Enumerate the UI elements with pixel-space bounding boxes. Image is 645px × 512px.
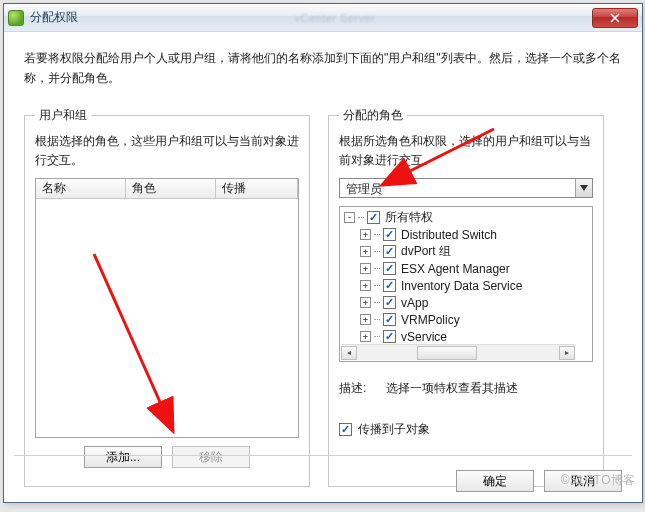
add-button[interactable]: 添加...	[84, 446, 162, 468]
tree-connector	[374, 302, 380, 303]
expand-icon[interactable]: +	[360, 246, 371, 257]
privilege-desc-label: 描述:	[339, 380, 366, 397]
window-title: 分配权限	[30, 9, 78, 26]
scroll-track[interactable]	[357, 346, 559, 360]
tree-checkbox[interactable]: ✓	[383, 330, 396, 343]
expand-icon[interactable]: +	[360, 297, 371, 308]
tree-label: VRMPolicy	[401, 313, 460, 327]
users-groups-pane: 用户和组 根据选择的角色，这些用户和组可以与当前对象进行交互。 名称 角色 传播…	[24, 107, 310, 487]
tree-checkbox[interactable]: ✓	[367, 211, 380, 224]
cancel-button[interactable]: 取消	[544, 470, 622, 492]
privilege-desc-row: 描述: 选择一项特权查看其描述	[339, 380, 593, 397]
dialog-window: 分配权限 vCenter Server 若要将权限分配给用户个人或用户组，请将他…	[3, 3, 643, 503]
tree-checkbox[interactable]: ✓	[383, 228, 396, 241]
tree-node[interactable]: +✓Distributed Switch	[342, 226, 590, 243]
tree-connector	[374, 251, 380, 252]
tree-node[interactable]: +✓ESX Agent Manager	[342, 260, 590, 277]
horizontal-scrollbar[interactable]: ◂ ▸	[341, 344, 575, 360]
close-icon	[610, 13, 620, 23]
col-role[interactable]: 角色	[126, 179, 216, 198]
users-groups-desc: 根据选择的角色，这些用户和组可以与当前对象进行交互。	[35, 132, 299, 170]
tree-label: dvPort 组	[401, 243, 451, 260]
vsphere-icon	[8, 10, 24, 26]
tree-label: Inventory Data Service	[401, 279, 522, 293]
privileges-tree[interactable]: -✓所有特权+✓Distributed Switch+✓dvPort 组+✓ES…	[339, 206, 593, 362]
tree-connector	[374, 285, 380, 286]
col-prop[interactable]: 传播	[216, 179, 298, 198]
close-button[interactable]	[592, 8, 638, 28]
tree-node[interactable]: -✓所有特权	[342, 209, 590, 226]
tree-label: 所有特权	[385, 209, 433, 226]
tree-checkbox[interactable]: ✓	[383, 245, 396, 258]
chevron-down-icon	[580, 185, 588, 191]
scroll-right-button[interactable]: ▸	[559, 346, 575, 360]
expand-icon[interactable]: +	[360, 263, 371, 274]
ok-button[interactable]: 确定	[456, 470, 534, 492]
tree-connector	[358, 217, 364, 218]
tree-checkbox[interactable]: ✓	[383, 262, 396, 275]
collapse-icon[interactable]: -	[344, 212, 355, 223]
propagate-row: ✓ 传播到子对象	[339, 421, 593, 438]
expand-icon[interactable]: +	[360, 314, 371, 325]
expand-icon[interactable]: +	[360, 280, 371, 291]
users-groups-list[interactable]: 名称 角色 传播	[35, 178, 299, 438]
col-name[interactable]: 名称	[36, 179, 126, 198]
tree-node[interactable]: +✓dvPort 组	[342, 243, 590, 260]
role-selected-value: 管理员	[340, 179, 575, 197]
tree-checkbox[interactable]: ✓	[383, 279, 396, 292]
panes: 用户和组 根据选择的角色，这些用户和组可以与当前对象进行交互。 名称 角色 传播…	[24, 107, 622, 487]
privilege-desc-value: 选择一项特权查看其描述	[386, 380, 518, 397]
titlebar[interactable]: 分配权限 vCenter Server	[4, 4, 642, 32]
list-header: 名称 角色 传播	[36, 179, 298, 199]
instruction-text: 若要将权限分配给用户个人或用户组，请将他们的名称添加到下面的"用户和组"列表中。…	[24, 48, 622, 89]
tree-checkbox[interactable]: ✓	[383, 313, 396, 326]
tree-node[interactable]: +✓VRMPolicy	[342, 311, 590, 328]
tree-label: Distributed Switch	[401, 228, 497, 242]
left-buttons: 添加... 移除	[35, 446, 299, 468]
remove-button: 移除	[172, 446, 250, 468]
tree-label: vService	[401, 330, 447, 344]
titlebar-blur-text: vCenter Server	[78, 12, 592, 24]
propagate-checkbox[interactable]: ✓	[339, 423, 352, 436]
dropdown-button[interactable]	[575, 179, 592, 197]
propagate-label: 传播到子对象	[358, 421, 430, 438]
dialog-content: 若要将权限分配给用户个人或用户组，请将他们的名称添加到下面的"用户和组"列表中。…	[4, 32, 642, 497]
tree-connector	[374, 268, 380, 269]
assigned-role-pane: 分配的角色 根据所选角色和权限，选择的用户和组可以与当前对象进行交互。 管理员 …	[328, 107, 604, 487]
assigned-role-desc: 根据所选角色和权限，选择的用户和组可以与当前对象进行交互。	[339, 132, 593, 170]
tree-node[interactable]: +✓vApp	[342, 294, 590, 311]
tree-label: vApp	[401, 296, 428, 310]
tree-checkbox[interactable]: ✓	[383, 296, 396, 309]
dialog-buttons: 确定 取消	[456, 470, 622, 492]
scroll-thumb[interactable]	[417, 346, 477, 360]
users-groups-legend: 用户和组	[35, 107, 91, 124]
separator	[14, 455, 632, 456]
expand-icon[interactable]: +	[360, 229, 371, 240]
assigned-role-legend: 分配的角色	[339, 107, 407, 124]
expand-icon[interactable]: +	[360, 331, 371, 342]
scroll-left-button[interactable]: ◂	[341, 346, 357, 360]
tree-node[interactable]: +✓Inventory Data Service	[342, 277, 590, 294]
tree-connector	[374, 336, 380, 337]
role-dropdown[interactable]: 管理员	[339, 178, 593, 198]
tree-connector	[374, 234, 380, 235]
tree-node[interactable]: +✓vService	[342, 328, 590, 345]
tree-connector	[374, 319, 380, 320]
tree-label: ESX Agent Manager	[401, 262, 510, 276]
